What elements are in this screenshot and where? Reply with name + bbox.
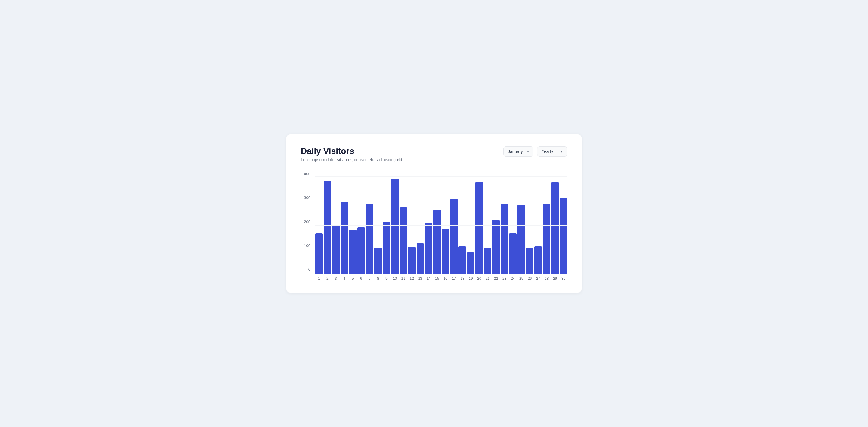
- title-area: Daily Visitors Lorem ipsum dolor sit ame…: [301, 146, 404, 162]
- bar[interactable]: [442, 229, 450, 274]
- bar-col: [433, 210, 441, 274]
- chart-container: 4003002001000 12345678910111213141516171…: [301, 172, 567, 281]
- bar[interactable]: [416, 243, 424, 274]
- x-axis-label: 26: [526, 276, 533, 281]
- bar-col: [551, 182, 559, 274]
- card-header: Daily Visitors Lorem ipsum dolor sit ame…: [301, 146, 567, 162]
- bar[interactable]: [450, 199, 458, 274]
- bar-col: [543, 204, 550, 274]
- bar-col: [458, 246, 466, 274]
- period-label: Yearly: [541, 149, 553, 154]
- period-dropdown[interactable]: Yearly ▾: [537, 146, 567, 157]
- x-axis-label: 12: [408, 276, 415, 281]
- bar[interactable]: [484, 248, 491, 274]
- x-axis-label: 3: [332, 276, 340, 281]
- x-axis-label: 9: [383, 276, 390, 281]
- x-axis-label: 8: [374, 276, 382, 281]
- x-axis-label: 16: [442, 276, 450, 281]
- x-axis-label: 17: [450, 276, 458, 281]
- bar-col: [467, 252, 474, 274]
- x-axis-label: 2: [324, 276, 331, 281]
- x-axis-label: 21: [484, 276, 491, 281]
- bar[interactable]: [332, 225, 340, 274]
- bar-col: [366, 204, 373, 274]
- bar[interactable]: [324, 181, 331, 274]
- bar-col: [484, 248, 491, 274]
- bar[interactable]: [374, 248, 382, 274]
- bar[interactable]: [341, 202, 348, 274]
- chart-area: 1234567891011121314151617181920212223242…: [315, 172, 567, 281]
- x-axis-label: 25: [518, 276, 525, 281]
- x-axis-label: 7: [366, 276, 373, 281]
- bar[interactable]: [425, 223, 433, 274]
- bar[interactable]: [366, 204, 373, 274]
- bar[interactable]: [492, 220, 500, 274]
- bar-col: [349, 230, 356, 274]
- x-axis-label: 27: [534, 276, 542, 281]
- bar-col: [492, 220, 500, 274]
- x-axis-label: 20: [475, 276, 483, 281]
- bar-col: [400, 207, 407, 274]
- bar-col: [358, 227, 365, 274]
- controls: January ▾ Yearly ▾: [503, 146, 567, 157]
- bar[interactable]: [551, 182, 559, 274]
- bar[interactable]: [467, 252, 474, 274]
- y-axis: 4003002001000: [301, 172, 313, 272]
- bar[interactable]: [518, 205, 525, 274]
- x-axis-label: 4: [341, 276, 348, 281]
- bar[interactable]: [400, 207, 407, 274]
- bar[interactable]: [383, 222, 390, 274]
- grid-line: [315, 274, 567, 274]
- bar-col: [341, 202, 348, 274]
- bar-col: [450, 199, 458, 274]
- bar[interactable]: [358, 227, 365, 274]
- bar-col: [408, 247, 415, 274]
- x-axis-label: 11: [400, 276, 407, 281]
- bar-col: [442, 229, 450, 274]
- bar[interactable]: [433, 210, 441, 274]
- bar[interactable]: [391, 178, 399, 274]
- bar[interactable]: [501, 203, 508, 274]
- bar[interactable]: [408, 247, 415, 274]
- x-axis-label: 23: [501, 276, 508, 281]
- bar[interactable]: [349, 230, 356, 274]
- bar-col: [332, 225, 340, 274]
- y-axis-label: 100: [301, 243, 313, 248]
- bar-col: [416, 243, 424, 274]
- bar-col: [526, 248, 533, 274]
- y-axis-label: 300: [301, 195, 313, 200]
- x-axis-label: 6: [358, 276, 365, 281]
- bar-col: [534, 246, 542, 274]
- bar[interactable]: [315, 233, 323, 274]
- x-axis-label: 14: [425, 276, 433, 281]
- month-chevron-icon: ▾: [527, 150, 529, 154]
- bars-wrapper: [315, 172, 567, 274]
- bar-col: [518, 205, 525, 274]
- bar[interactable]: [509, 233, 517, 274]
- bar[interactable]: [543, 204, 550, 274]
- bar[interactable]: [560, 198, 567, 274]
- bar[interactable]: [458, 246, 466, 274]
- x-axis-label: 13: [416, 276, 424, 281]
- x-axis-label: 29: [551, 276, 559, 281]
- bar-col: [315, 233, 323, 274]
- bar-col: [509, 233, 517, 274]
- bar-col: [501, 203, 508, 274]
- month-dropdown[interactable]: January ▾: [503, 146, 533, 157]
- bar-col: [383, 222, 390, 274]
- x-axis-label: 19: [467, 276, 474, 281]
- x-axis-label: 28: [543, 276, 550, 281]
- y-axis-label: 0: [301, 267, 313, 272]
- bar-col: [475, 182, 483, 274]
- bar[interactable]: [475, 182, 483, 274]
- x-axis-label: 24: [509, 276, 517, 281]
- bar[interactable]: [526, 248, 533, 274]
- y-axis-label: 400: [301, 172, 313, 176]
- x-axis: 1234567891011121314151617181920212223242…: [315, 276, 567, 281]
- chart-card: Daily Visitors Lorem ipsum dolor sit ame…: [286, 134, 582, 293]
- x-axis-label: 30: [560, 276, 567, 281]
- x-axis-label: 5: [349, 276, 356, 281]
- bar-col: [391, 178, 399, 274]
- bar[interactable]: [534, 246, 542, 274]
- month-label: January: [508, 149, 523, 154]
